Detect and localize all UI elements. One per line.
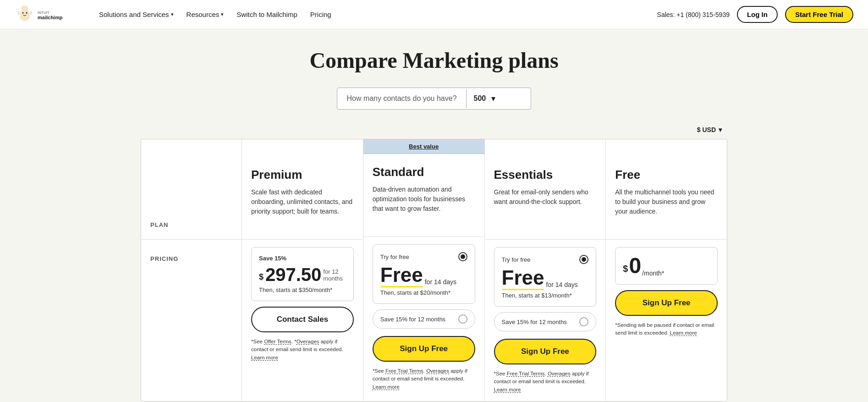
premium-pricing-card: Save 15% $ 297.50 for 12 months Then, st… [251, 247, 354, 301]
chevron-down-icon: ▾ [491, 94, 495, 104]
standard-save-radio[interactable] [458, 314, 467, 324]
learn-more-link[interactable]: Learn more [670, 330, 697, 336]
essentials-pricing-card: Try for free Free for 14 days Then, star… [494, 247, 597, 307]
plan-name-essentials: Essentials [494, 168, 597, 182]
plan-desc-free: All the multichannel tools you need to b… [615, 187, 718, 216]
contact-label: How many contacts do you have? [337, 89, 466, 108]
free-pricing-card: $ 0 /month* [615, 247, 718, 285]
plan-desc-standard: Data-driven automation and optimization … [373, 185, 475, 214]
nav-right: Sales: +1 (800) 315-5939 Log In Start Fr… [657, 6, 853, 23]
standard-save-label: Save 15% for 12 months [380, 316, 445, 323]
plan-label-col: PLAN PRICING [141, 139, 242, 401]
free-signup-button[interactable]: Sign Up Free [615, 290, 718, 316]
logo[interactable]: 🐒 INTUIT mailchimp [15, 5, 79, 25]
learn-more-link[interactable]: Learn more [251, 355, 278, 360]
essentials-save-row: Save 15% for 12 months [494, 312, 597, 331]
standard-free-text: Free [380, 265, 423, 287]
page-content: Compare Marketing plans How many contact… [132, 29, 736, 402]
premium-period: for 12 months [323, 268, 346, 282]
standard-fine-print: *See Free Trial Terms. Overages apply if… [373, 367, 475, 391]
sales-phone: Sales: +1 (800) 315-5939 [657, 11, 730, 18]
plans-table: PLAN PRICING Premium Scale fast with ded… [141, 139, 727, 402]
learn-more-link[interactable]: Learn more [494, 387, 521, 392]
svg-point-6 [21, 6, 28, 11]
plan-name-free: Free [615, 168, 718, 182]
start-trial-button[interactable]: Start Free Trial [785, 6, 853, 23]
chevron-down-icon: ▾ [719, 126, 722, 133]
standard-save-row: Save 15% for 12 months [373, 309, 475, 329]
currency-row: $ USD ▾ [141, 124, 727, 135]
login-button[interactable]: Log In [737, 6, 778, 23]
premium-amount: 297.50 [265, 265, 321, 284]
plan-name-premium: Premium [251, 168, 354, 182]
learn-more-link[interactable]: Learn more [373, 384, 400, 390]
premium-dollar: $ [259, 270, 264, 284]
overages-link[interactable]: Overages [297, 339, 319, 344]
svg-point-4 [22, 12, 24, 13]
contact-selector: How many contacts do you have? 500 ▾ [141, 88, 727, 110]
essentials-save-radio[interactable] [579, 317, 588, 326]
free-zero-amount: 0 [629, 255, 641, 277]
free-trial-terms-link[interactable]: Free Trial Terms [385, 368, 423, 374]
navbar: 🐒 INTUIT mailchimp Solutions and Service… [0, 0, 868, 29]
premium-then: Then, starts at $350/month* [259, 286, 346, 293]
essentials-save-label: Save 15% for 12 months [502, 319, 567, 325]
best-value-link[interactable]: Best value [409, 143, 439, 150]
pricing-col-header: PRICING [150, 255, 178, 262]
svg-text:mailchimp: mailchimp [38, 15, 63, 20]
chevron-down-icon: ▾ [221, 11, 224, 17]
nav-pricing[interactable]: Pricing [305, 7, 337, 22]
standard-pricing-card: Try for free Free for 14 days Then, star… [373, 244, 475, 304]
plan-col-header: PLAN [150, 221, 169, 228]
essentials-try-free: Try for free [502, 256, 531, 263]
nav-links: Solutions and Services ▾ Resources ▾ Swi… [93, 7, 657, 22]
svg-rect-7 [17, 11, 20, 15]
free-zero-dollar: $ [623, 260, 628, 277]
free-zero-period: /month* [642, 270, 664, 277]
essentials-radio[interactable] [579, 255, 588, 264]
chevron-down-icon: ▾ [171, 11, 174, 17]
svg-text:INTUIT: INTUIT [38, 11, 49, 15]
plan-name-standard: Standard [373, 165, 475, 179]
essentials-then: Then, starts at $13/month* [502, 292, 589, 299]
nav-resources[interactable]: Resources ▾ [181, 7, 230, 22]
best-value-banner: Best value [363, 139, 484, 154]
overages-link[interactable]: Overages [548, 371, 571, 376]
nav-switch[interactable]: Switch to Mailchimp [231, 7, 303, 22]
plan-col-free: Free All the multichannel tools you need… [606, 139, 727, 401]
premium-save-label: Save 15% [259, 255, 346, 262]
essentials-signup-button[interactable]: Sign Up Free [494, 339, 597, 364]
plan-desc-essentials: Great for email-only senders who want ar… [494, 187, 597, 207]
free-trial-terms-link[interactable]: Free Trial Terms [507, 371, 545, 376]
plan-col-premium: Premium Scale fast with dedicated onboar… [242, 139, 363, 401]
premium-fine-print: *See Offer Terms. *Overages apply if con… [251, 338, 354, 362]
standard-then: Then, starts at $20/month* [380, 289, 467, 296]
svg-rect-8 [30, 11, 32, 15]
plan-col-essentials: Essentials Great for email-only senders … [485, 139, 606, 401]
nav-solutions[interactable]: Solutions and Services ▾ [93, 7, 179, 22]
offer-terms-link[interactable]: Offer Terms [264, 339, 291, 344]
standard-free-period: for 14 days [425, 278, 456, 286]
standard-signup-button[interactable]: Sign Up Free [373, 336, 475, 362]
plan-col-standard: Best value Standard Data-driven automati… [363, 139, 485, 401]
plan-desc-premium: Scale fast with dedicated onboarding, un… [251, 187, 354, 216]
page-title: Compare Marketing plans [141, 48, 727, 73]
contact-value: 500 [474, 94, 486, 103]
standard-try-free: Try for free [380, 253, 409, 260]
contact-sales-button[interactable]: Contact Sales [251, 307, 354, 332]
currency-selector[interactable]: $ USD ▾ [693, 124, 725, 135]
svg-point-5 [26, 12, 27, 13]
free-fine-print: *Sending will be paused if contact or em… [615, 321, 718, 337]
essentials-free-period: for 14 days [546, 281, 577, 288]
essentials-fine-print: *See Free Trial Terms. Overages apply if… [494, 370, 597, 394]
overages-link[interactable]: Overages [426, 368, 449, 374]
essentials-free-text: Free [502, 268, 544, 290]
contact-count-select[interactable]: 500 ▾ [467, 88, 531, 109]
currency-value: $ USD [697, 126, 716, 133]
standard-radio[interactable] [458, 252, 467, 261]
